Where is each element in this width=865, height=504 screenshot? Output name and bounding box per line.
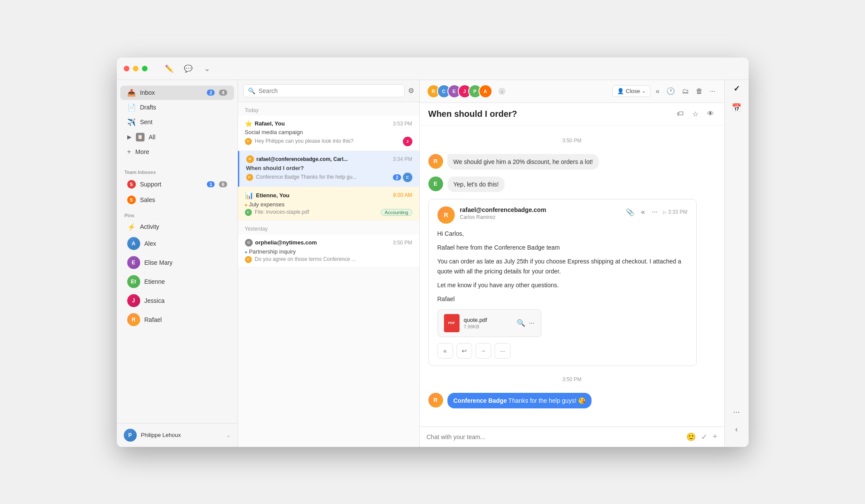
archive-icon[interactable]: 🗂	[680, 86, 691, 97]
sidebar-item-inbox[interactable]: 📥 Inbox 2 4	[120, 86, 234, 100]
email-more-icon[interactable]: ···	[650, 206, 659, 218]
star-icon[interactable]: ☆	[691, 108, 700, 120]
maximize-dot[interactable]	[142, 66, 148, 71]
sidebar-item-etienne[interactable]: Et Etienne	[120, 273, 234, 291]
msg-from-4: O orphelia@nytimes.com	[245, 239, 317, 247]
eye-icon[interactable]: 👁	[705, 108, 716, 120]
clock-icon[interactable]: 🕐	[665, 85, 677, 97]
search-input-wrap[interactable]: 🔍	[243, 84, 405, 97]
email-line-5: Rafael	[437, 294, 688, 304]
more-dots-icon[interactable]: ···	[708, 86, 717, 97]
jessica-avatar: J	[127, 294, 140, 307]
user-profile[interactable]: P Philippe Lehoux ⌄	[117, 423, 238, 447]
attachment-more-icon[interactable]: ···	[529, 319, 534, 327]
toolbar-calendar-icon[interactable]: 📅	[728, 99, 745, 116]
bullet-orange-3: ●	[245, 202, 248, 207]
msg-preview-text-2: R Conference Badge Thanks for the help g…	[246, 174, 391, 181]
reply-all-icon[interactable]: «	[654, 86, 661, 97]
emoji-icon[interactable]: 🙂	[686, 432, 696, 442]
email-forward-btn[interactable]: →	[476, 343, 491, 359]
support-badge-gray: 6	[219, 181, 227, 187]
email-sender-avatar: R	[437, 206, 455, 224]
chat-icon[interactable]: 💬	[182, 62, 194, 74]
jessica-label: Jessica	[145, 297, 165, 304]
filter-icon[interactable]: ⚙	[408, 87, 414, 95]
attachment-preview-icon[interactable]: 🔍	[517, 319, 525, 327]
sidebar-item-jessica[interactable]: J Jessica	[120, 292, 234, 310]
search-input[interactable]	[259, 87, 400, 94]
email-action-buttons: « ↩ → ···	[437, 343, 688, 359]
participant-avatar-1: J	[403, 137, 412, 146]
bubble1-avatar: R	[428, 154, 443, 169]
chat-bubble-2: E Yep, let's do this!	[428, 177, 716, 192]
sidebar-item-drafts[interactable]: 📄 Drafts	[120, 100, 234, 115]
chevron-down-icon[interactable]: ⌄	[201, 62, 213, 74]
msg-preview-text-1: R Hey Philippe can you please look into …	[245, 138, 400, 145]
star-icon-1: ⭐	[245, 120, 252, 127]
support-badge-blue: 1	[207, 181, 215, 187]
sales-avatar: S	[127, 196, 136, 204]
trash-icon[interactable]: 🗑	[694, 86, 704, 97]
participants-expand-icon[interactable]: ⌄	[498, 88, 505, 95]
toolbar-more-icon[interactable]: ···	[728, 404, 745, 421]
email-line-1: Hi Carlos,	[437, 229, 688, 238]
participant-avatars: R C E J P A	[427, 84, 492, 98]
user-avatar: P	[124, 429, 137, 442]
email-card-icons: 📎 « ··· ▷ 3:33 PM	[624, 206, 688, 218]
email-sender-name: rafael@conferencebadge.com	[460, 206, 619, 213]
add-icon[interactable]: +	[713, 432, 717, 442]
message-item-2[interactable]: R rafael@conferencebadge.com, Carl... 3:…	[238, 151, 419, 187]
accounting-tag: Accounting	[381, 209, 412, 216]
message-item-3[interactable]: 📊 Etienne, You 8:00 AM ● July expenses E…	[238, 187, 419, 221]
msg-time-4: 3:50 PM	[393, 240, 412, 246]
sidebar-item-activity[interactable]: ⚡ Activity	[120, 220, 234, 234]
alex-label: Alex	[145, 240, 156, 247]
chart-icon-3: 📊	[245, 191, 254, 199]
conversation-title-icons: 🏷 ☆ 👁	[675, 108, 716, 120]
bubble2-avatar: E	[428, 177, 443, 191]
attachment-actions: 🔍 ···	[517, 319, 534, 327]
email-line-3: You can order as late as July 25th if yo…	[437, 257, 688, 276]
toolbar-checkmark-icon[interactable]: ✓	[728, 80, 745, 97]
msg2-count-badge: 2	[393, 174, 401, 180]
msg-subject-1: Social media campaign	[245, 129, 412, 135]
msg-subject-4: ● Partnership inquiry	[245, 248, 412, 255]
pdf-icon: PDF	[444, 314, 460, 332]
sent-avatar: R	[428, 393, 443, 408]
sidebar-item-rafael[interactable]: R Rafael	[120, 311, 234, 329]
sidebar-item-support[interactable]: S Support 1 6	[120, 177, 234, 192]
compose-icon[interactable]: ✏️	[163, 62, 175, 74]
close-button[interactable]: 👤 Close ⌄	[612, 85, 650, 97]
minimize-dot[interactable]	[133, 66, 138, 71]
sidebar-item-sent[interactable]: ✈️ Sent	[120, 115, 234, 129]
sent-icon: ✈️	[127, 118, 136, 126]
sidebar-item-sales[interactable]: S Sales	[120, 193, 234, 207]
email-reply-btn[interactable]: ↩	[457, 343, 472, 359]
message-item-4[interactable]: O orphelia@nytimes.com 3:50 PM ● Partner…	[238, 234, 419, 268]
email-reply-all-btn[interactable]: «	[437, 343, 453, 359]
sent-bubble: Conference Badge Thanks for the help guy…	[447, 393, 592, 408]
inbox-label: Inbox	[140, 89, 203, 96]
close-dot[interactable]	[124, 66, 129, 71]
bullet-blue-4: ●	[245, 250, 248, 254]
sidebar-item-all[interactable]: ▶ 📋 All	[120, 130, 234, 144]
preview-avatar-2: R	[246, 174, 253, 181]
sidebar-item-alex[interactable]: A Alex	[120, 234, 234, 253]
attach-icon[interactable]: 📎	[624, 206, 636, 218]
email-more-btn[interactable]: ···	[495, 343, 511, 359]
sidebar-item-more[interactable]: + More	[120, 145, 234, 159]
label-icon[interactable]: 🏷	[675, 108, 685, 120]
preview-avatar-1: R	[245, 138, 252, 145]
email-attachment[interactable]: PDF quote.pdf 7.99KB 🔍 ···	[437, 309, 541, 337]
msg-preview-1: R Hey Philippe can you please look into …	[245, 137, 412, 146]
support-label: Support	[140, 181, 203, 188]
sidebar-item-elise[interactable]: E Elise Mary	[120, 254, 234, 272]
message-item-1[interactable]: ⭐ Rafael, You 3:53 PM Social media campa…	[238, 116, 419, 151]
chat-input[interactable]	[427, 433, 682, 440]
participant-a: A	[479, 84, 492, 98]
etienne-avatar: Et	[127, 275, 140, 288]
close-label: Close	[626, 88, 640, 94]
toolbar-chevron-left-icon[interactable]: ‹	[728, 421, 745, 438]
email-reply-all-icon[interactable]: «	[640, 206, 647, 218]
check-circle-icon[interactable]: ✓	[701, 432, 707, 442]
